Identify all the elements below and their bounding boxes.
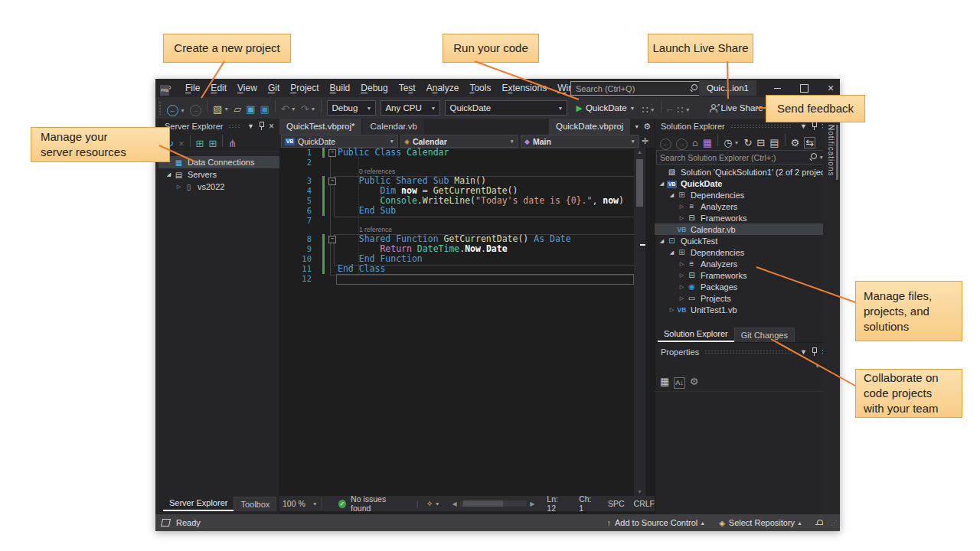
menu-git[interactable]: Git xyxy=(263,79,285,97)
menu-file[interactable]: File xyxy=(180,79,205,97)
collapse-region-icon[interactable]: − xyxy=(328,236,336,243)
expand-icon[interactable]: ▷ xyxy=(668,307,676,313)
properties-object-combo[interactable]: ▼ xyxy=(658,360,820,371)
expand-icon[interactable]: ▷ xyxy=(678,215,686,221)
line-indicator[interactable]: Ln: 12 xyxy=(547,494,568,513)
scroll-right-icon[interactable]: ▶ xyxy=(530,500,534,507)
collapse-icon[interactable]: ◢ xyxy=(668,192,676,198)
tree-item-frameworks[interactable]: ▷⊟Frameworks xyxy=(655,269,823,281)
health-check-icon[interactable]: ✓ xyxy=(338,500,346,508)
resize-grip-icon[interactable]: ⋰ xyxy=(831,520,837,527)
menu-tools[interactable]: Tools xyxy=(464,79,496,97)
profiler-icon[interactable]: ∷▼ xyxy=(677,105,690,115)
switch-views-icon[interactable]: ▦ xyxy=(703,138,712,148)
collapse-region-icon[interactable]: − xyxy=(328,178,336,185)
tree-item-calendar-vb[interactable]: VBCalendar.vb xyxy=(655,223,823,235)
pin-icon[interactable] xyxy=(812,122,817,130)
expand-icon[interactable]: ▷ xyxy=(678,204,686,210)
window-position-icon[interactable]: ▼ xyxy=(800,122,807,130)
navigate-forward-icon[interactable]: → xyxy=(190,105,201,116)
close-icon[interactable]: × xyxy=(269,122,274,130)
tree-item-vs2022[interactable]: ▷▯vs2022 xyxy=(158,181,279,193)
tab-git-changes[interactable]: Git Changes xyxy=(734,328,795,342)
editor-horizontal-scrollbar[interactable] xyxy=(460,500,527,507)
collapse-icon[interactable]: ◢ xyxy=(668,249,676,256)
solution-search-input[interactable]: Search Solution Explorer (Ctrl+;) ▼ xyxy=(656,150,828,165)
add-to-source-control-button[interactable]: Add to Source Control xyxy=(615,518,697,527)
tab-server-explorer[interactable]: Server Explorer xyxy=(163,496,234,511)
member-nav-combo[interactable]: ◆Main▼ xyxy=(521,135,639,148)
stop-refresh-icon[interactable]: × xyxy=(178,139,185,148)
window-position-icon[interactable]: ▼ xyxy=(247,122,254,130)
editor-vertical-scrollbar[interactable]: ▲ ▼ xyxy=(634,148,645,496)
tree-item-dependencies[interactable]: ◢⊞Dependencies xyxy=(655,246,823,258)
expand-icon[interactable]: ▷ xyxy=(678,261,686,267)
connect-to-server-icon[interactable]: ⊞ xyxy=(208,139,217,148)
show-all-files-icon[interactable]: ▤ xyxy=(769,138,779,148)
refresh-icon[interactable]: ↻ xyxy=(743,138,752,148)
menu-extensions[interactable]: Extensions xyxy=(496,79,552,97)
collapse-icon[interactable]: ◢ xyxy=(165,171,173,178)
tab-quicktest-vbproj[interactable]: QuickTest.vbproj* xyxy=(279,119,361,135)
menu-test[interactable]: Test xyxy=(394,79,421,97)
type-nav-combo[interactable]: ◈Calendar▼ xyxy=(400,135,518,148)
navigate-back-icon[interactable]: ←▼ xyxy=(167,105,185,116)
startup-project-combo[interactable]: QuickDate▼ xyxy=(445,100,567,116)
eol-indicator[interactable]: CRLF xyxy=(634,499,655,508)
tree-item-frameworks[interactable]: ▷⊟Frameworks xyxy=(655,212,823,223)
tree-item-quickdate[interactable]: ◢VBQuickDate xyxy=(655,178,823,189)
task-status-icon[interactable] xyxy=(161,519,171,527)
tree-item-unittest1-vb[interactable]: ▷VBUnitTest1.vb xyxy=(655,304,823,315)
expand-icon[interactable]: ▷ xyxy=(678,295,686,302)
scroll-down-icon[interactable]: ▼ xyxy=(634,489,645,494)
expand-icon[interactable]: ▷ xyxy=(175,184,183,190)
tree-item-dependencies[interactable]: ◢⊞Dependencies xyxy=(655,189,823,201)
live-share-button[interactable]: ↗ Live Share xyxy=(710,103,763,112)
platform-combo[interactable]: Any CPU▼ xyxy=(381,100,440,116)
save-all-icon[interactable]: ▣ xyxy=(260,104,269,114)
open-file-icon[interactable]: ▱ xyxy=(234,104,241,114)
server-explorer-tree[interactable]: ▦Data Connections◢▤Servers▷▯vs2022 xyxy=(158,152,279,193)
scrollbar-thumb[interactable] xyxy=(463,500,503,507)
code-cleanup-icon[interactable]: ✧ xyxy=(426,499,433,509)
debug-configuration-combo[interactable]: Debug▼ xyxy=(327,100,376,116)
menu-build[interactable]: Build xyxy=(325,79,356,97)
tab-solution-explorer[interactable]: Solution Explorer xyxy=(658,327,734,342)
forward-icon[interactable]: → xyxy=(676,139,688,150)
char-indicator[interactable]: Ch: 1 xyxy=(579,494,597,513)
property-pages-icon[interactable]: ⚙ xyxy=(690,377,699,386)
home-icon[interactable]: ⌂ xyxy=(692,138,698,148)
tree-item-analyzers[interactable]: ▷≡Analyzers xyxy=(655,201,823,212)
vertical-tab-notifications[interactable]: Notifications xyxy=(827,125,835,176)
menu-edit[interactable]: Edit xyxy=(205,79,232,97)
pending-changes-filter-icon[interactable]: ◷▼ xyxy=(724,138,739,148)
undo-icon[interactable]: ↶▼ xyxy=(281,104,296,114)
hot-reload-icon[interactable]: ∷▼ xyxy=(642,105,655,115)
tab-list-chevron-icon[interactable]: ▼ xyxy=(630,119,643,135)
tab-quickdate-vbproj-preview[interactable]: QuickDate.vbproj xyxy=(549,119,630,135)
notifications-bell-icon[interactable] xyxy=(816,520,823,527)
tab-well-gear-icon[interactable]: ⚙ xyxy=(643,119,655,135)
properties-icon[interactable]: ⚙ xyxy=(791,138,800,148)
menu-analyze[interactable]: Analyze xyxy=(421,79,465,97)
menu-view[interactable]: View xyxy=(232,79,263,97)
menu-project[interactable]: Project xyxy=(285,79,324,97)
scroll-left-icon[interactable]: ◀ xyxy=(452,500,457,507)
attach-to-process-icon[interactable]: ⌐ xyxy=(667,105,673,115)
split-window-icon[interactable]: ✛ xyxy=(642,136,648,146)
project-nav-combo[interactable]: VBQuickDate▼ xyxy=(281,135,398,148)
scroll-up-icon[interactable]: ▲ xyxy=(634,149,645,155)
select-repository-button[interactable]: Select Repository xyxy=(729,518,795,527)
expand-icon[interactable]: ▷ xyxy=(678,272,686,279)
run-options-chevron-icon[interactable]: ▼ xyxy=(630,106,635,111)
collapse-icon[interactable]: ◢ xyxy=(658,181,666,187)
tree-item-servers[interactable]: ◢▤Servers xyxy=(158,168,279,181)
pin-icon[interactable] xyxy=(259,122,264,130)
tree-item-solution-quicksolution1-2-of-2-projects[interactable]: ▨Solution 'QuickSolution1' (2 of 2 proje… xyxy=(655,166,823,178)
sync-with-active-document-icon[interactable]: ⇆ xyxy=(804,137,815,148)
tab-toolbox[interactable]: Toolbox xyxy=(234,497,276,511)
connect-to-database-icon[interactable]: ⊞ xyxy=(196,139,204,148)
tab-calendar-vb[interactable]: Calendar.vb xyxy=(363,119,423,135)
run-button[interactable]: QuickDate xyxy=(586,103,627,112)
expand-icon[interactable]: ▷ xyxy=(678,284,686,290)
